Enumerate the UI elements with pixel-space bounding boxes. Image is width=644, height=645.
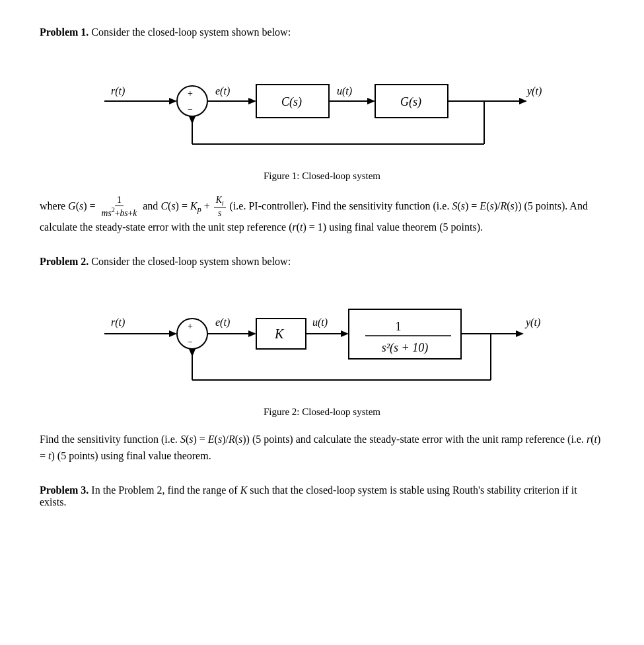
p3-text: In the Problem 2, find the range of K su… [40, 484, 577, 508]
svg-text:e(t): e(t) [215, 317, 230, 328]
diagram2: r(t) + − e(t) K u(t) [98, 281, 547, 400]
diagram1: r(t) + − e(t) C(s) u(t) [98, 52, 547, 164]
svg-marker-17 [519, 98, 527, 104]
svg-text:s²(s + 10): s²(s + 10) [381, 341, 428, 355]
p3-label: Problem 3. [40, 484, 89, 496]
p1-label: Problem 1. [40, 26, 89, 38]
svg-text:y(t): y(t) [526, 85, 542, 97]
svg-text:G(s): G(s) [400, 95, 421, 109]
figure1-caption: Figure 1: Closed-loop system [264, 171, 380, 182]
svg-text:−: − [188, 337, 193, 347]
svg-text:1: 1 [395, 320, 401, 333]
svg-text:C(s): C(s) [281, 95, 302, 109]
svg-marker-31 [248, 330, 256, 337]
svg-text:y(t): y(t) [524, 317, 540, 328]
problem3-section: Problem 3. In the Problem 2, find the ra… [40, 484, 604, 508]
svg-marker-8 [248, 98, 256, 104]
svg-marker-24 [169, 330, 177, 337]
p2-intro: Consider the closed-loop system shown be… [91, 256, 291, 267]
p1-intro: Consider the closed-loop system shown be… [91, 26, 291, 38]
svg-text:r(t): r(t) [111, 317, 125, 328]
svg-text:u(t): u(t) [312, 317, 328, 328]
svg-text:e(t): e(t) [215, 85, 230, 97]
svg-marker-36 [341, 330, 349, 337]
problem2-title: Problem 2. Consider the closed-loop syst… [40, 256, 604, 268]
svg-text:r(t): r(t) [111, 85, 125, 97]
svg-marker-13 [367, 98, 375, 104]
svg-marker-1 [169, 98, 177, 104]
svg-marker-47 [189, 349, 196, 357]
p2-description: Find the sensitivity function (i.e. S(s)… [40, 431, 604, 465]
svg-text:K: K [274, 326, 285, 341]
p1-description: where G(s) = 1 ms2+bs+k and C(s) = Kp + … [40, 195, 604, 236]
diagram1-svg: r(t) + − e(t) C(s) u(t) [98, 52, 547, 164]
problem1-section: Problem 1. Consider the closed-loop syst… [40, 26, 604, 236]
svg-text:+: + [188, 321, 193, 331]
problem1-title: Problem 1. Consider the closed-loop syst… [40, 26, 604, 38]
figure2-caption: Figure 2: Closed-loop system [264, 406, 380, 418]
problem3-title: Problem 3. In the Problem 2, find the ra… [40, 484, 604, 508]
diagram2-svg: r(t) + − e(t) K u(t) [98, 281, 547, 400]
svg-text:+: + [188, 89, 193, 98]
svg-marker-22 [189, 116, 196, 124]
p2-label: Problem 2. [40, 256, 89, 267]
svg-text:−: − [188, 104, 193, 114]
figure2-container: r(t) + − e(t) K u(t) [40, 281, 604, 418]
svg-marker-42 [516, 330, 524, 337]
figure1-container: r(t) + − e(t) C(s) u(t) [40, 52, 604, 182]
svg-text:u(t): u(t) [337, 85, 352, 97]
problem2-section: Problem 2. Consider the closed-loop syst… [40, 256, 604, 465]
